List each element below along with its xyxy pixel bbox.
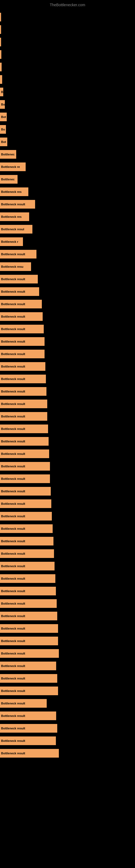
bar-row: Bottleneck result bbox=[0, 498, 135, 510]
bar-row: Bo bbox=[0, 98, 135, 111]
bar: Bottlenec bbox=[0, 150, 16, 159]
bar-label: Bottleneck re bbox=[1, 165, 20, 168]
bar-label: Bottleneck result bbox=[1, 352, 25, 355]
bar-label: Bottleneck result bbox=[1, 564, 25, 568]
bar-label: Bottleneck result bbox=[1, 727, 25, 730]
bar: Bot bbox=[0, 137, 7, 146]
bar: Bottlenec bbox=[0, 175, 17, 184]
bar-label: Bottleneck result bbox=[1, 639, 25, 643]
bar-label: Bottleneck result bbox=[1, 290, 25, 293]
bar-label: Bottleneck result bbox=[1, 315, 25, 318]
bar-label: Bottleneck result bbox=[1, 652, 25, 655]
bar: Bottleneck result bbox=[0, 712, 56, 720]
bar-label: Bottleneck result bbox=[1, 340, 25, 343]
bar-label: Bottleneck result bbox=[1, 252, 25, 256]
bar: Bottleneck result bbox=[0, 699, 47, 708]
bar bbox=[0, 25, 1, 34]
bar: Bottleneck result bbox=[0, 674, 57, 683]
bar-label: Bot bbox=[1, 115, 6, 119]
bar-label: Bottleneck result bbox=[1, 502, 25, 505]
bar-label: Bottleneck result bbox=[1, 677, 25, 680]
bar: Bottleneck res bbox=[0, 187, 28, 196]
bar: Bottleneck result bbox=[0, 587, 56, 595]
bar: Bottleneck resul bbox=[0, 225, 32, 234]
bar: Bottleneck result bbox=[0, 312, 43, 321]
bar: Bottleneck result bbox=[0, 487, 51, 496]
bar-label: Bottleneck result bbox=[1, 602, 25, 605]
bar-row: Bottleneck result bbox=[0, 448, 135, 460]
bar: Bottleneck result bbox=[0, 499, 51, 508]
bar-row: Bottleneck result bbox=[0, 473, 135, 485]
bar: Bottleneck result bbox=[0, 375, 46, 383]
bar-label: Bo bbox=[1, 128, 5, 131]
bar-row: Bottleneck result bbox=[0, 311, 135, 322]
bar-label: Bottleneck result bbox=[1, 377, 25, 380]
bar: Bottleneck result bbox=[0, 649, 59, 658]
bar-row: Bottleneck res bbox=[0, 186, 135, 198]
bar bbox=[0, 75, 2, 84]
bar: Bottleneck result bbox=[0, 512, 52, 521]
bar-label: Bottleneck result bbox=[1, 278, 25, 281]
bar-row: Bottleneck result bbox=[0, 361, 135, 372]
bar: Bottleneck result bbox=[0, 300, 42, 308]
bar-label: Bottleneck result bbox=[1, 365, 25, 368]
bar-row: Bottleneck result bbox=[0, 398, 135, 410]
bar-label: B bbox=[1, 90, 3, 94]
bar: Bo bbox=[0, 125, 6, 134]
bar-row: Bottlenec bbox=[0, 148, 135, 160]
bar-row: Bottleneck result bbox=[0, 673, 135, 684]
bar-label: Bottleneck r bbox=[1, 240, 18, 243]
bar-row: Bottleneck result bbox=[0, 248, 135, 260]
bar-row: Bottleneck result bbox=[0, 622, 135, 634]
bar-row: Bottleneck result bbox=[0, 698, 135, 709]
bar-label: Bottleneck result bbox=[1, 390, 25, 393]
bar: Bottleneck result bbox=[0, 437, 49, 446]
bar-label: Bottleneck result bbox=[1, 427, 25, 431]
bar: Bottleneck re bbox=[0, 162, 26, 171]
bar-label: Bottleneck result bbox=[1, 440, 25, 443]
bar-label: Bottleneck result bbox=[1, 477, 25, 480]
bar-row: Bottleneck result bbox=[0, 685, 135, 697]
bar-row: Bottleneck resu bbox=[0, 261, 135, 273]
bar-row bbox=[0, 24, 135, 35]
bar-row: Bottleneck result bbox=[0, 610, 135, 622]
bar-row: Bottleneck resul bbox=[0, 223, 135, 235]
bar: Bottleneck res bbox=[0, 212, 29, 221]
bar: Bottleneck result bbox=[0, 287, 39, 296]
bar: Bottleneck result bbox=[0, 637, 58, 645]
bar-row: Bottleneck result bbox=[0, 485, 135, 497]
bar-row: Bottleneck result bbox=[0, 535, 135, 547]
bar: Bottleneck result bbox=[0, 624, 58, 633]
bar: Bottleneck resu bbox=[0, 262, 31, 271]
bars-container: BBoBotBoBotBottlenecBottleneck reBottlen… bbox=[0, 8, 135, 763]
bar: Bottleneck result bbox=[0, 724, 57, 733]
bar-row: Bot bbox=[0, 136, 135, 148]
bar-label: Bottleneck result bbox=[1, 402, 25, 405]
bar-label: Bottleneck result bbox=[1, 752, 25, 755]
bar: Bottleneck result bbox=[0, 599, 57, 608]
bar: Bottleneck result bbox=[0, 250, 37, 258]
bar: Bottleneck result bbox=[0, 412, 47, 421]
bar: Bottleneck result bbox=[0, 686, 58, 695]
bar-row: Bottleneck result bbox=[0, 648, 135, 659]
bar-label: Bottleneck result bbox=[1, 328, 25, 331]
bar-row bbox=[0, 49, 135, 61]
bar-row: Bottleneck result bbox=[0, 735, 135, 747]
bar: Bottleneck result bbox=[0, 387, 46, 396]
bar: Bottleneck result bbox=[0, 362, 45, 371]
bar: Bottleneck result bbox=[0, 549, 54, 558]
bar-row: Bottleneck res bbox=[0, 211, 135, 223]
bar bbox=[0, 13, 1, 22]
bar: Bottleneck result bbox=[0, 325, 44, 333]
bar: Bottleneck result bbox=[0, 350, 45, 358]
site-title: TheBottlenecker.com bbox=[0, 0, 135, 8]
bar-label: Bottlenec bbox=[1, 178, 14, 181]
bar-label: Bottleneck result bbox=[1, 515, 25, 518]
bar-row: Bottleneck result bbox=[0, 660, 135, 672]
bar-label: Bottleneck result bbox=[1, 739, 25, 742]
bar: Bottleneck result bbox=[0, 661, 56, 670]
bar-row: Bottleneck result bbox=[0, 373, 135, 385]
bar: Bottleneck result bbox=[0, 574, 55, 583]
bar: Bottleneck result bbox=[0, 737, 56, 745]
bar-row: Bottleneck result bbox=[0, 548, 135, 560]
